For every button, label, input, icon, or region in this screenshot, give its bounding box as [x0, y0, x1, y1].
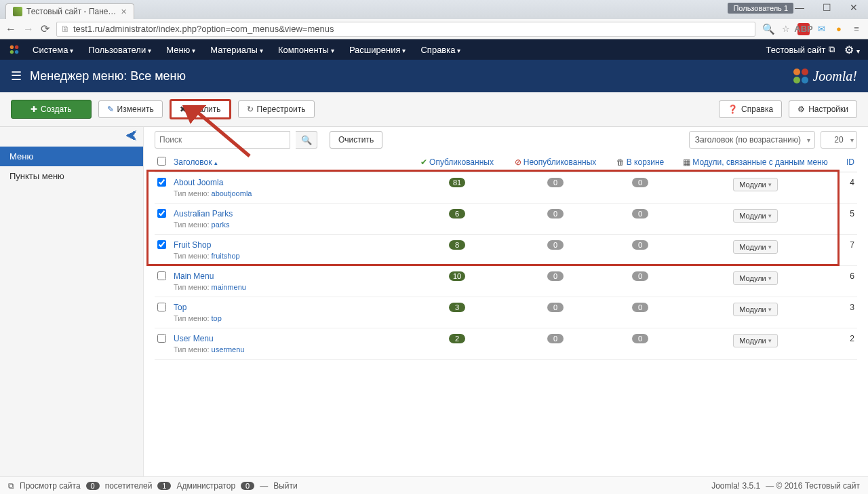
modules-dropdown[interactable]: Модули	[733, 334, 777, 347]
close-window-icon[interactable]: ✕	[842, 0, 865, 15]
filter-bar: 🔍 Очистить Заголовок (по возрастанию) 20	[155, 131, 857, 149]
menu-title-link[interactable]: Main Menu	[174, 271, 407, 281]
col-unpublished[interactable]: ⊘Неопубликованных	[505, 153, 606, 172]
published-badge[interactable]: 10	[449, 271, 465, 281]
modules-dropdown[interactable]: Модули	[733, 178, 777, 191]
modules-dropdown[interactable]: Модули	[733, 271, 777, 285]
published-badge[interactable]: 2	[449, 334, 465, 343]
browser-tab[interactable]: Тестовый сайт - Панель ✕	[5, 3, 134, 19]
abp-icon[interactable]: ABP	[797, 23, 810, 35]
select-all-checkbox[interactable]	[157, 157, 166, 166]
topbar-item-extensions[interactable]: Расширения	[344, 45, 412, 55]
menu-type-link[interactable]: top	[212, 314, 222, 322]
published-badge[interactable]: 6	[449, 209, 465, 218]
sidebar-item-1[interactable]: Пункты меню	[0, 166, 143, 186]
logout-link[interactable]: Выйти	[273, 481, 298, 491]
unpublished-badge[interactable]: 0	[547, 178, 564, 187]
row-checkbox[interactable]	[157, 240, 166, 249]
unpublished-badge[interactable]: 0	[547, 334, 564, 343]
row-checkbox[interactable]	[157, 209, 166, 218]
maximize-icon[interactable]: ☐	[815, 0, 838, 15]
topbar-item-system[interactable]: Система	[27, 45, 79, 55]
reload-icon[interactable]: ⟳	[41, 22, 50, 35]
unpublished-badge[interactable]: 0	[547, 209, 564, 218]
col-id[interactable]: ID	[837, 153, 857, 172]
trashed-badge[interactable]: 0	[632, 209, 648, 218]
menu-type-link[interactable]: fruitshop	[212, 252, 240, 260]
chrome-menu-icon[interactable]: ≡	[850, 23, 863, 35]
menu-manager-icon: ☰	[11, 69, 22, 83]
menu-type-link[interactable]: parks	[212, 221, 230, 229]
refresh-icon: ↻	[247, 104, 254, 114]
trashed-badge[interactable]: 0	[632, 178, 648, 187]
modules-dropdown[interactable]: Модули	[733, 209, 777, 223]
menu-title-link[interactable]: User Menu	[174, 334, 407, 343]
menu-type-label: Тип меню: fruitshop	[174, 252, 407, 260]
topbar-item-users[interactable]: Пользователи	[83, 45, 157, 55]
nav-back-icon[interactable]: ←	[5, 23, 16, 35]
new-button[interactable]: ✚Создать	[11, 100, 92, 119]
zoom-icon[interactable]: 🔍	[762, 23, 774, 35]
topbar-item-components[interactable]: Компоненты	[273, 45, 340, 55]
mail-icon[interactable]: ✉	[815, 23, 827, 35]
trashed-badge[interactable]: 0	[632, 271, 648, 281]
plus-icon: ✚	[31, 104, 37, 114]
site-link[interactable]: Тестовый сайт ⧉	[766, 44, 834, 55]
tab-close-icon[interactable]: ✕	[121, 7, 127, 16]
nav-forward-icon[interactable]: →	[23, 23, 34, 35]
menu-title-link[interactable]: Top	[174, 303, 407, 312]
menu-title-link[interactable]: Australian Parks	[174, 209, 407, 218]
sidebar-item-0[interactable]: Меню	[0, 147, 143, 166]
modules-icon: ▦	[683, 157, 690, 167]
limit-select[interactable]: 20	[821, 131, 857, 149]
modules-dropdown[interactable]: Модули	[733, 240, 777, 254]
unpublished-badge[interactable]: 0	[547, 303, 564, 312]
trashed-badge[interactable]: 0	[632, 240, 648, 250]
published-badge[interactable]: 81	[449, 178, 465, 187]
rebuild-button[interactable]: ↻Перестроить	[238, 100, 315, 118]
help-button[interactable]: ❓Справка	[719, 100, 782, 118]
unpublished-badge[interactable]: 0	[547, 240, 564, 250]
address-input[interactable]: 🗎 test1.ru/administrator/index.php?optio…	[56, 22, 755, 37]
star-icon[interactable]: ☆	[780, 23, 792, 35]
minimize-icon[interactable]: —	[788, 0, 811, 15]
menu-type-link[interactable]: aboutjoomla	[212, 189, 252, 197]
check-icon: ✔	[420, 157, 427, 167]
search-input[interactable]	[155, 131, 290, 149]
dash-icon: —	[260, 481, 268, 491]
row-checkbox[interactable]	[157, 303, 166, 311]
topbar-item-content[interactable]: Материалы	[205, 45, 269, 55]
trashed-badge[interactable]: 0	[632, 303, 648, 312]
delete-button[interactable]: ✖Удалить	[170, 99, 231, 119]
col-trashed[interactable]: 🗑В корзине	[606, 153, 674, 172]
menu-type-link[interactable]: mainmenu	[212, 283, 246, 291]
toolbar: ✚Создать ✎Изменить ✖Удалить ↻Перестроить…	[0, 92, 868, 127]
menu-type-link[interactable]: usermenu	[212, 345, 245, 354]
options-button[interactable]: ⚙Настройки	[789, 100, 857, 118]
sort-select[interactable]: Заголовок (по возрастанию)	[689, 131, 815, 149]
row-checkbox[interactable]	[157, 271, 166, 280]
search-button[interactable]: 🔍	[296, 131, 317, 149]
unpublished-badge[interactable]: 0	[547, 271, 564, 281]
trashed-badge[interactable]: 0	[632, 334, 648, 343]
collapse-sidebar-icon[interactable]: ⮜	[125, 130, 138, 143]
sidebar: ⮜ МенюПункты меню	[0, 127, 144, 494]
col-published[interactable]: ✔Опубликованных	[410, 153, 505, 172]
published-badge[interactable]: 3	[449, 303, 465, 312]
menu-title-link[interactable]: About Joomla	[174, 178, 407, 187]
user-badge[interactable]: Пользователь 1	[728, 3, 793, 14]
gear-icon[interactable]: ⚙ ▾	[844, 43, 860, 56]
topbar-item-help[interactable]: Справка	[415, 45, 466, 55]
modules-dropdown[interactable]: Модули	[733, 303, 777, 316]
blog-icon[interactable]: ●	[833, 23, 845, 35]
view-site-link[interactable]: Просмотр сайта	[20, 481, 81, 491]
row-checkbox[interactable]	[157, 334, 166, 343]
menu-type-label: Тип меню: aboutjoomla	[174, 189, 407, 197]
col-title[interactable]: Заголовок ▴	[171, 153, 410, 172]
clear-button[interactable]: Очистить	[330, 131, 382, 149]
menu-title-link[interactable]: Fruit Shop	[174, 240, 407, 250]
published-badge[interactable]: 8	[449, 240, 465, 250]
edit-button[interactable]: ✎Изменить	[98, 100, 163, 118]
row-checkbox[interactable]	[157, 178, 166, 187]
topbar-item-menus[interactable]: Меню	[161, 45, 201, 55]
